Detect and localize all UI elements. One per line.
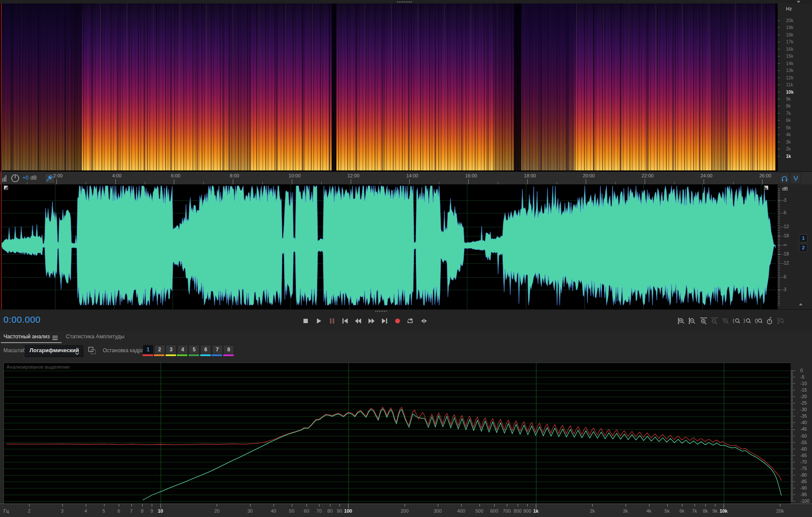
db-ruler-tick <box>791 373 793 373</box>
timeline-label: 20:00 <box>583 173 595 178</box>
zoom-out-point-button[interactable]: } <box>742 316 753 326</box>
zoom-reset-button[interactable] <box>721 316 731 326</box>
play-button[interactable] <box>313 315 324 327</box>
zoom-out-vertical-button[interactable] <box>687 316 698 326</box>
copy-frame-button[interactable] <box>88 346 97 357</box>
loop-button[interactable] <box>405 315 416 327</box>
zoom-in-horizontal-button[interactable] <box>698 316 709 326</box>
stop-button[interactable] <box>300 315 311 327</box>
zoom-in-vertical-button[interactable] <box>676 316 687 326</box>
timeline-tick-major <box>174 179 174 184</box>
hold-button-5[interactable]: 5 <box>189 345 199 354</box>
selection-corner-icon[interactable] <box>4 186 8 190</box>
frequency-axis-tick <box>330 504 330 507</box>
db-ruler-tick <box>791 382 793 383</box>
divider-grip-icon[interactable] <box>375 311 387 312</box>
selection-corner-icon[interactable] <box>764 186 768 190</box>
db-ruler-tick <box>791 411 793 411</box>
frequency-axis-label: 6k <box>675 508 688 514</box>
go-end-button[interactable] <box>379 315 390 327</box>
db-ruler-tick <box>791 391 793 392</box>
hold-button-4[interactable]: 4 <box>177 345 188 354</box>
time-display[interactable]: 0:00.000 <box>3 314 41 325</box>
frequency-axis-tick <box>307 504 307 507</box>
timeline-label: 24:00 <box>701 173 713 178</box>
channel-badge[interactable]: 1 <box>799 234 808 242</box>
scale-scroll-up-icon[interactable] <box>799 303 802 305</box>
waveform-db-scale[interactable]: dB -3-6-12-18-∞-18-12-6-312 <box>777 184 812 309</box>
db-ruler-tick <box>791 395 793 396</box>
fast-forward-button[interactable] <box>366 315 377 327</box>
db-ruler-tick <box>791 374 793 375</box>
hold-color-bar <box>212 354 222 356</box>
timeline-label: 22:00 <box>642 173 654 178</box>
channel-badge[interactable]: 2 <box>799 244 808 252</box>
db-offset-value[interactable]: +0 <box>23 175 29 181</box>
frequency-axis-tick <box>319 504 320 507</box>
waveform-display[interactable] <box>0 184 777 309</box>
hold-button-3[interactable]: 3 <box>166 345 176 354</box>
spectrogram-frequency-scale[interactable]: Hz 20k19k18k17k16k15k14k13k12k11k10k9k8k… <box>777 3 812 171</box>
waveform-db-tick <box>778 263 781 264</box>
scale-menu-arrow-icon[interactable] <box>797 1 800 3</box>
copy-frame-icon <box>88 346 97 355</box>
tab-amplitude-statistics[interactable]: Статистика Амплитуды <box>66 334 124 340</box>
frequency-scale-label: 8k <box>786 103 791 108</box>
frequency-axis-label: 4k <box>642 508 655 514</box>
frequency-axis-tick <box>142 504 143 507</box>
hold-color-bar <box>143 354 153 356</box>
db-ruler-tick <box>791 385 793 385</box>
db-ruler-tick <box>791 501 795 501</box>
db-ruler-tick <box>791 494 795 495</box>
frequency-scale-label: 6k <box>786 118 791 123</box>
db-ruler-tick <box>791 399 793 399</box>
waveform-db-tick <box>778 254 781 255</box>
level-meter-icon[interactable] <box>1 174 8 183</box>
db-ruler-tick <box>791 440 793 440</box>
db-ruler-label: -55 <box>800 440 807 445</box>
scale-dropdown[interactable]: Логарифмический <box>25 345 83 357</box>
go-start-button[interactable] <box>339 315 351 327</box>
waveform-graph[interactable] <box>1 184 776 309</box>
pause-button[interactable] <box>326 315 338 327</box>
zoom-selection-button[interactable]: {} <box>753 316 764 326</box>
db-ruler-tick <box>791 433 793 434</box>
frequency-axis-label: 400 <box>455 508 468 514</box>
db-ruler-tick <box>791 381 793 381</box>
analysis-controls: Масштаб: Логарифмический Остановка кадра… <box>0 344 812 360</box>
spectrogram-display[interactable] <box>0 3 777 171</box>
zoom-time-button[interactable] <box>764 316 775 326</box>
clock-icon[interactable] <box>10 173 20 185</box>
hold-button-2[interactable]: 2 <box>154 345 165 354</box>
db-ruler-tick <box>791 376 793 376</box>
monitor-tuning-fork-button[interactable] <box>790 173 801 184</box>
timeline-tick-major <box>645 179 645 184</box>
zoom-full-button[interactable] <box>776 316 786 326</box>
frequency-scale-label: 20k <box>786 18 793 23</box>
zoom-in-point-button[interactable]: { <box>731 316 742 326</box>
record-button[interactable] <box>392 315 403 327</box>
hold-button-1[interactable]: 1 <box>143 345 153 354</box>
skip-mode-button[interactable] <box>418 315 430 327</box>
hold-button-8[interactable]: 8 <box>223 345 234 354</box>
frequency-axis-label: 4 <box>79 508 92 514</box>
db-ruler-tick <box>791 445 793 445</box>
rewind-button[interactable] <box>352 315 364 327</box>
divider-grip-icon[interactable] <box>397 1 413 3</box>
tab-menu-icon[interactable] <box>52 334 58 342</box>
timeline-ruler[interactable]: +0 dB 2:004:006:008:0010:0012:0014:0016:… <box>0 171 812 185</box>
frequency-scale-tick <box>778 78 780 78</box>
db-ruler-tick <box>791 408 793 409</box>
zoom-out-horizontal-icon <box>711 317 718 325</box>
frequency-scale-label: 17k <box>786 39 793 44</box>
frequency-axis-label: 1k <box>529 508 542 514</box>
monitor-headphones-button[interactable] <box>779 173 789 184</box>
frequency-axis-tick <box>62 504 63 507</box>
spectrogram-image[interactable] <box>1 3 776 170</box>
tab-frequency-analysis[interactable]: Частотный анализ <box>3 334 50 340</box>
hold-button-6[interactable]: 6 <box>200 345 211 354</box>
frequency-scale-tick <box>778 49 780 49</box>
hold-button-7[interactable]: 7 <box>212 345 223 354</box>
zoom-out-horizontal-button[interactable] <box>709 316 720 326</box>
playhead-cursor[interactable] <box>1 3 2 309</box>
